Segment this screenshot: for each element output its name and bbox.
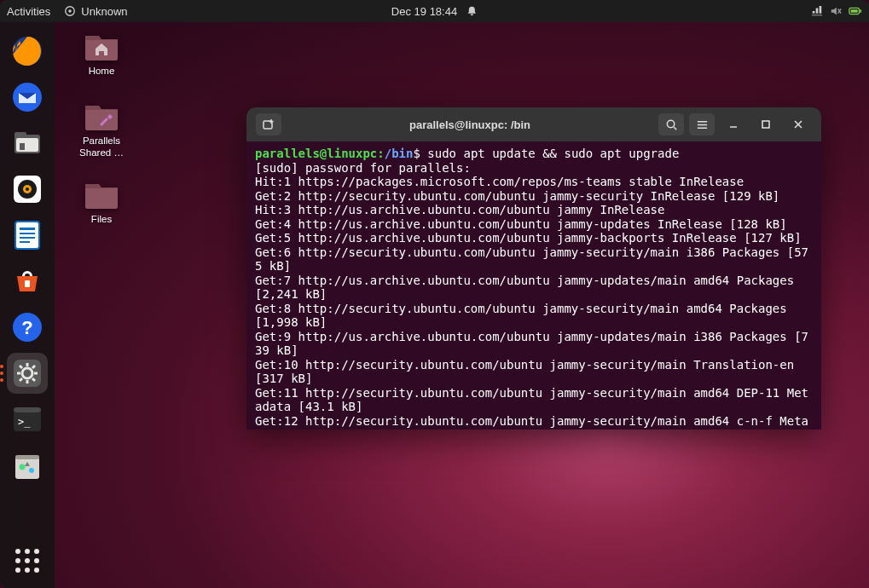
menu-button[interactable]	[689, 113, 715, 135]
dock: ? >_	[0, 22, 55, 588]
svg-rect-9	[16, 138, 38, 152]
search-icon	[665, 118, 678, 131]
svg-rect-18	[20, 233, 35, 234]
terminal-command: sudo apt update && sudo apt upgrade	[427, 147, 679, 160]
svg-point-14	[26, 187, 29, 191]
terminal-title: parallels@linuxpc: /bin	[284, 118, 656, 131]
svg-line-30	[20, 366, 22, 368]
minimize-button[interactable]	[720, 113, 747, 135]
svg-rect-38	[15, 455, 39, 459]
desktop-home[interactable]: Home	[72, 27, 131, 78]
thunderbird-icon	[10, 80, 44, 114]
dock-thunderbird[interactable]	[7, 77, 48, 118]
terminal-window: parallels@linuxpc: /bin parallels@linuxp…	[246, 107, 821, 429]
svg-point-48	[25, 568, 30, 573]
svg-rect-20	[20, 241, 30, 243]
svg-rect-10	[20, 143, 25, 150]
gear-icon	[10, 356, 44, 390]
software-icon	[10, 264, 44, 298]
unknown-app-icon	[64, 5, 76, 17]
dock-rhythmbox[interactable]	[7, 169, 48, 210]
terminal-titlebar[interactable]: parallels@linuxpc: /bin	[246, 107, 821, 141]
dock-firefox[interactable]	[7, 31, 48, 72]
desktop-parallels[interactable]: Parallels Shared …	[72, 97, 131, 159]
dock-help[interactable]: ?	[7, 307, 48, 348]
close-icon	[793, 119, 803, 130]
dock-trash[interactable]	[7, 445, 48, 486]
svg-point-46	[34, 558, 39, 563]
svg-point-1	[69, 9, 72, 13]
svg-text:?: ?	[21, 317, 32, 338]
new-tab-icon	[262, 118, 275, 131]
svg-line-32	[32, 366, 35, 368]
dock-apps[interactable]	[7, 540, 48, 581]
svg-line-52	[674, 127, 676, 130]
svg-rect-3	[851, 9, 858, 13]
desktop-home-label: Home	[72, 66, 131, 78]
shared-folder-icon	[83, 97, 120, 131]
terminal-body[interactable]: parallels@linuxpc:/bin$ sudo apt update …	[246, 141, 821, 429]
trash-icon	[10, 448, 44, 482]
app-menu-label: Unknown	[81, 5, 127, 18]
svg-point-44	[15, 558, 20, 563]
minimize-icon	[728, 119, 739, 130]
battery-icon[interactable]	[849, 6, 862, 16]
desktop: Home Parallels Shared … Files parallels@…	[55, 22, 869, 588]
top-panel: Activities Unknown Dec 19 18:44	[0, 0, 869, 22]
svg-point-41	[15, 549, 20, 554]
svg-point-45	[25, 558, 30, 563]
svg-rect-15	[15, 222, 39, 249]
files-icon	[10, 126, 44, 160]
svg-rect-54	[762, 121, 769, 128]
new-tab-button[interactable]	[256, 113, 281, 135]
svg-text:>_: >_	[18, 416, 31, 428]
notification-bell-icon[interactable]	[466, 5, 478, 17]
dock-software[interactable]	[7, 261, 48, 302]
svg-rect-8	[14, 132, 26, 137]
firefox-icon	[10, 34, 44, 68]
help-icon: ?	[10, 310, 44, 344]
svg-rect-19	[20, 237, 35, 239]
music-icon	[10, 172, 44, 206]
volume-muted-icon[interactable]	[830, 5, 842, 17]
dock-libreoffice[interactable]	[7, 215, 48, 256]
svg-point-39	[20, 464, 26, 470]
folder-icon	[83, 176, 120, 210]
svg-rect-21	[25, 280, 30, 287]
app-menu[interactable]: Unknown	[64, 5, 127, 18]
svg-rect-35	[14, 407, 41, 412]
prompt-tail: $	[413, 147, 427, 160]
dock-settings[interactable]	[7, 353, 48, 394]
maximize-button[interactable]	[752, 113, 779, 135]
terminal-output: [sudo] password for parallels: Hit:1 htt…	[255, 161, 808, 430]
svg-line-31	[32, 378, 35, 381]
network-icon[interactable]	[811, 5, 823, 17]
svg-rect-4	[860, 9, 861, 13]
dock-files[interactable]	[7, 123, 48, 164]
svg-rect-17	[20, 228, 35, 230]
desktop-parallels-label: Parallels Shared …	[72, 135, 131, 159]
clock[interactable]: Dec 19 18:44	[391, 5, 457, 18]
prompt-path: /bin	[385, 147, 414, 160]
svg-rect-37	[15, 457, 39, 479]
desktop-files-label: Files	[72, 214, 131, 226]
svg-line-33	[20, 378, 22, 381]
close-button[interactable]	[785, 113, 812, 135]
svg-point-47	[15, 568, 20, 573]
search-button[interactable]	[658, 113, 684, 135]
svg-point-43	[34, 549, 39, 554]
svg-point-51	[667, 120, 674, 127]
apps-grid-icon	[13, 546, 42, 575]
maximize-icon	[761, 119, 771, 130]
terminal-icon: >_	[10, 402, 44, 436]
hamburger-icon	[696, 118, 709, 131]
desktop-files[interactable]: Files	[72, 176, 131, 226]
home-folder-icon	[83, 27, 120, 61]
prompt-user: parallels@linuxpc	[255, 147, 377, 160]
svg-point-49	[34, 568, 39, 573]
writer-icon	[10, 218, 44, 252]
activities-button[interactable]: Activities	[7, 5, 50, 18]
dock-terminal[interactable]: >_	[7, 399, 48, 440]
svg-point-40	[29, 468, 34, 473]
svg-point-42	[25, 549, 30, 554]
